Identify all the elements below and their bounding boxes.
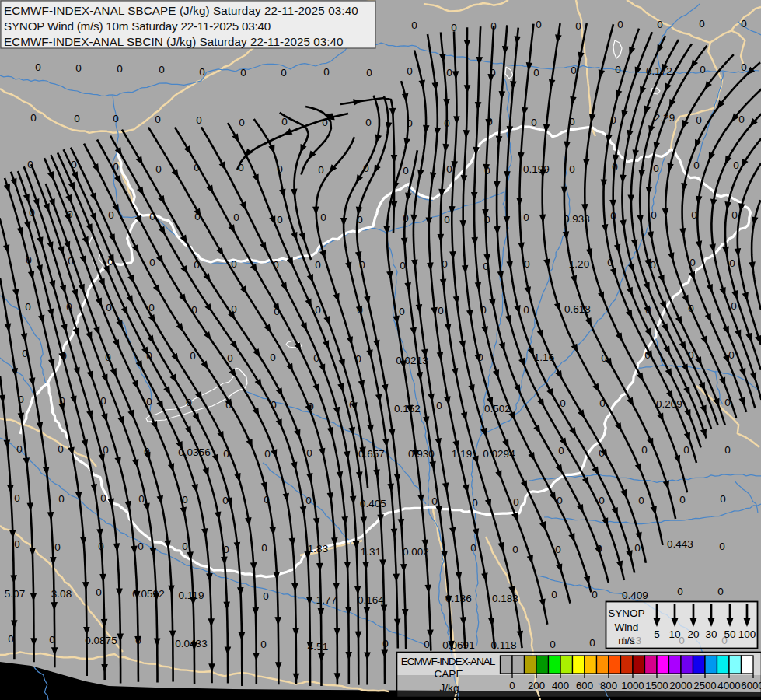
svg-text:0: 0 <box>741 61 747 73</box>
svg-text:0: 0 <box>551 589 557 600</box>
svg-text:0: 0 <box>446 163 452 175</box>
svg-text:0: 0 <box>424 639 430 650</box>
svg-text:2500: 2500 <box>693 680 716 691</box>
svg-text:0: 0 <box>233 212 239 223</box>
svg-text:0: 0 <box>731 209 738 221</box>
svg-text:0: 0 <box>399 306 405 317</box>
svg-text:0: 0 <box>320 212 326 223</box>
svg-text:0: 0 <box>638 495 644 506</box>
svg-text:4000: 4000 <box>717 680 740 691</box>
svg-text:0: 0 <box>196 114 202 126</box>
svg-text:0.502: 0.502 <box>484 403 511 415</box>
svg-text:0: 0 <box>523 212 529 223</box>
svg-text:0: 0 <box>58 493 65 505</box>
svg-text:200: 200 <box>528 680 545 691</box>
svg-text:0: 0 <box>277 214 283 226</box>
svg-text:100: 100 <box>738 628 756 640</box>
svg-text:0: 0 <box>512 544 518 555</box>
svg-text:0: 0 <box>138 493 145 505</box>
svg-text:1.31: 1.31 <box>361 546 381 558</box>
svg-text:0.0875: 0.0875 <box>85 635 117 646</box>
svg-text:0: 0 <box>263 590 269 602</box>
svg-text:30: 30 <box>705 628 717 640</box>
svg-text:SYNOP: SYNOP <box>608 607 644 619</box>
svg-text:0: 0 <box>431 495 438 507</box>
svg-text:0: 0 <box>523 304 529 316</box>
svg-text:0: 0 <box>472 497 478 509</box>
svg-text:0.409: 0.409 <box>622 590 648 601</box>
svg-text:0.405: 0.405 <box>360 498 386 509</box>
svg-text:0: 0 <box>509 680 515 691</box>
svg-text:J/kg: J/kg <box>440 682 459 694</box>
svg-text:0: 0 <box>411 19 417 31</box>
svg-text:0: 0 <box>14 538 20 550</box>
svg-text:0: 0 <box>634 542 641 554</box>
svg-text:0: 0 <box>155 163 162 175</box>
svg-text:0: 0 <box>305 495 312 506</box>
svg-text:0: 0 <box>159 64 165 75</box>
svg-text:0: 0 <box>54 541 61 553</box>
svg-text:ECMWF-INDEX-ANAL: ECMWF-INDEX-ANAL <box>401 656 496 667</box>
svg-text:0: 0 <box>641 444 648 456</box>
svg-text:0: 0 <box>261 542 267 554</box>
svg-text:0.0213: 0.0213 <box>396 355 428 366</box>
svg-text:0: 0 <box>100 492 106 504</box>
svg-text:1.77: 1.77 <box>316 594 337 606</box>
svg-text:0: 0 <box>533 67 539 79</box>
svg-text:0: 0 <box>683 444 689 456</box>
svg-text:0: 0 <box>16 443 23 455</box>
svg-text:0: 0 <box>323 66 330 78</box>
svg-text:ECMWF-INDEX-ANAL SBCIN (J/kg): ECMWF-INDEX-ANAL SBCIN (J/kg) Saturday 2… <box>4 35 344 48</box>
svg-text:0: 0 <box>400 260 406 271</box>
svg-text:0: 0 <box>569 163 575 175</box>
svg-text:0: 0 <box>190 350 196 362</box>
svg-text:0.152: 0.152 <box>394 403 421 415</box>
svg-text:6000: 6000 <box>741 680 761 691</box>
svg-text:5: 5 <box>654 628 660 640</box>
svg-text:0: 0 <box>700 64 706 75</box>
svg-text:0: 0 <box>470 542 476 554</box>
svg-text:1.19: 1.19 <box>452 448 472 460</box>
svg-text:20: 20 <box>687 628 699 640</box>
svg-text:0: 0 <box>651 209 657 221</box>
svg-text:1500: 1500 <box>645 680 668 691</box>
svg-text:0: 0 <box>679 494 686 506</box>
svg-text:0: 0 <box>14 492 20 504</box>
svg-text:0: 0 <box>617 19 623 30</box>
svg-text:ECMWF-INDEX-ANAL SBCAPE (J/kg): ECMWF-INDEX-ANAL SBCAPE (J/kg) Saturday … <box>4 4 358 17</box>
svg-text:0: 0 <box>315 259 321 271</box>
svg-text:0: 0 <box>738 114 745 125</box>
svg-text:0: 0 <box>653 163 659 174</box>
svg-text:0: 0 <box>724 444 731 456</box>
svg-text:0: 0 <box>403 165 409 177</box>
svg-text:0: 0 <box>306 447 312 459</box>
svg-text:0: 0 <box>741 18 747 30</box>
svg-text:0: 0 <box>729 257 735 269</box>
svg-text:0: 0 <box>536 19 542 30</box>
svg-text:0: 0 <box>117 63 123 75</box>
svg-text:10: 10 <box>668 628 680 640</box>
svg-text:0: 0 <box>407 65 413 77</box>
svg-text:0: 0 <box>615 64 621 75</box>
svg-text:0: 0 <box>138 541 144 552</box>
svg-text:0.209: 0.209 <box>656 398 682 410</box>
svg-text:0: 0 <box>575 20 581 32</box>
svg-text:0: 0 <box>436 400 442 411</box>
svg-text:0.199: 0.199 <box>523 163 550 175</box>
svg-text:800: 800 <box>600 680 617 691</box>
svg-text:0: 0 <box>657 19 663 30</box>
svg-text:0: 0 <box>96 586 102 598</box>
svg-text:0: 0 <box>260 639 267 650</box>
svg-text:0: 0 <box>318 164 324 176</box>
svg-text:CAPE: CAPE <box>434 668 463 680</box>
svg-text:1000: 1000 <box>621 680 644 691</box>
svg-text:0: 0 <box>35 61 41 73</box>
svg-text:0: 0 <box>677 586 683 597</box>
svg-text:0: 0 <box>58 443 64 455</box>
svg-text:0: 0 <box>8 633 14 645</box>
svg-text:0: 0 <box>74 113 80 124</box>
svg-text:0: 0 <box>720 493 726 505</box>
svg-text:0: 0 <box>571 65 577 76</box>
svg-text:0.0691: 0.0691 <box>442 639 474 651</box>
svg-text:0: 0 <box>113 113 119 124</box>
